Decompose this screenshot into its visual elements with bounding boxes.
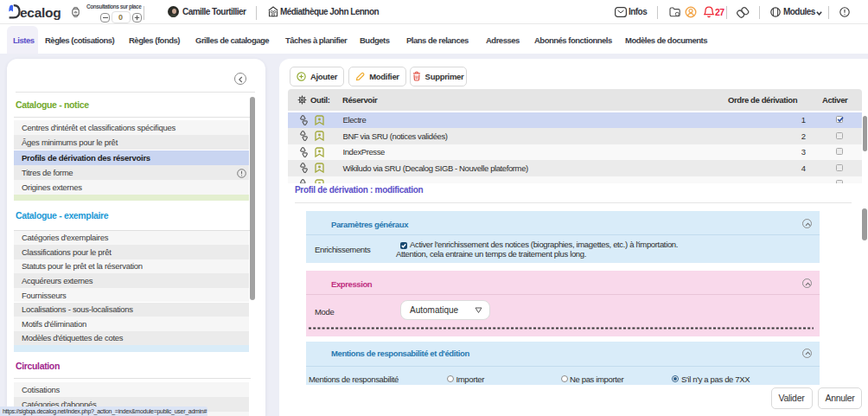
svg-text:ecalog: ecalog	[20, 5, 61, 20]
